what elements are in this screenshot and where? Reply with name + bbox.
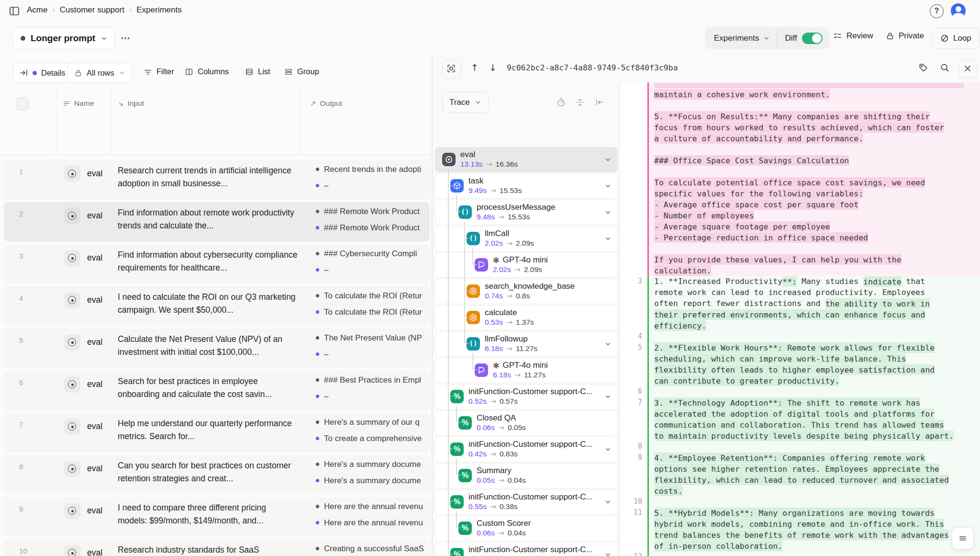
- more-menu-button[interactable]: ⋯: [121, 32, 131, 44]
- column-header-name[interactable]: Name: [63, 99, 94, 108]
- table-row[interactable]: 4evalI need to calculate the ROI on our …: [4, 286, 430, 326]
- diff-line-number: [620, 298, 647, 309]
- column-header-input[interactable]: ↘ Input: [118, 99, 144, 108]
- private-button[interactable]: Private: [886, 31, 924, 41]
- table-row[interactable]: 6evalSearch for best practices in employ…: [4, 371, 430, 410]
- trace-node-custom-scorer[interactable]: %Custom Scorer0.06s→0.04s: [435, 516, 618, 541]
- table-row[interactable]: 9evalI need to compare three different p…: [4, 497, 430, 536]
- timing-stopwatch-icon[interactable]: [556, 97, 566, 107]
- output-dot-gray: [316, 420, 319, 424]
- search-icon[interactable]: [940, 63, 950, 73]
- row-output-line: Here are the annual revenu: [316, 502, 434, 513]
- row-name: eval: [87, 253, 102, 263]
- columns-icon: [185, 68, 193, 76]
- group-button[interactable]: Group: [284, 67, 319, 76]
- diff-removed-line: maintain a cohesive work environment.: [647, 89, 980, 100]
- filter-button[interactable]: Filter: [144, 67, 174, 76]
- trace-node-gpt-4o-mini[interactable]: ✻GPT-4o mini6.18s→11.27s: [435, 358, 618, 383]
- trace-node-gpt-4o-mini[interactable]: ✻GPT-4o mini2.02s→2.09s: [435, 252, 618, 278]
- avatar[interactable]: [951, 3, 966, 18]
- tag-icon[interactable]: [918, 63, 928, 73]
- next-trace-arrow-icon[interactable]: ↓: [489, 62, 497, 73]
- collapse-left-icon[interactable]: [594, 97, 604, 107]
- trace-node-llmcall[interactable]: ()llmCall2.02s→2.09s: [435, 226, 618, 251]
- row-number: 6: [19, 378, 23, 386]
- view-dropdown[interactable]: Experiments: [705, 34, 777, 43]
- close-panel-button[interactable]: [959, 60, 977, 78]
- eval-target-icon: [64, 376, 80, 393]
- chat-bubble-icon: [475, 363, 488, 377]
- prev-trace-arrow-icon[interactable]: ↑: [471, 62, 479, 73]
- chevron-down-icon[interactable]: [604, 182, 612, 190]
- breadcrumb-org[interactable]: Acme: [27, 5, 47, 15]
- percent-icon: %: [450, 548, 464, 556]
- expand-fullscreen-button[interactable]: [442, 59, 461, 79]
- trace-node-task[interactable]: task9.49s→15.53s: [435, 173, 618, 199]
- trace-node-initfunction-customer-support-c-[interactable]: %initFunction-Customer support-C...0.55s…: [435, 489, 618, 515]
- chevron-down-icon[interactable]: [604, 551, 612, 556]
- trace-node-closed-qa[interactable]: %Closed QA0.06s→0.05s: [435, 410, 618, 436]
- diff-added-line: 4. **Employee Retention**: Companies off…: [647, 452, 980, 463]
- table-row[interactable]: 1evalResearch current trends in artifici…: [4, 160, 430, 199]
- trace-node-eval[interactable]: eval13.13s→16.36s: [435, 147, 618, 172]
- trace-node-calculate[interactable]: calculate0.53s→1.37s: [435, 305, 618, 330]
- trace-node-llmfollowup[interactable]: ()llmFollowup6.18s→11.27s: [435, 331, 618, 357]
- table-row[interactable]: 7evalHelp me understand our quarterly pe…: [4, 413, 430, 452]
- diff-line-number: 6: [620, 386, 647, 397]
- openai-logo-icon: ✻: [493, 361, 499, 370]
- trace-node-search-knowledge-base[interactable]: search_knowledge_base0.74s→0.8s: [435, 279, 618, 304]
- diff-line-number: [620, 309, 647, 320]
- collapse-vertical-icon[interactable]: [575, 97, 585, 107]
- review-button[interactable]: Review: [833, 31, 873, 41]
- row-input-cell: Find information about cybersecurity com…: [118, 249, 298, 274]
- breadcrumb-project[interactable]: Customer support: [60, 5, 124, 15]
- table-row[interactable]: 10evalResearch industry standards for Sa…: [4, 539, 430, 556]
- trace-node-initfunction-customer-support-c-[interactable]: %initFunction-Customer support-C...0.52s…: [435, 384, 618, 409]
- details-button[interactable]: Details: [12, 63, 72, 83]
- diff-label: Diff: [785, 34, 797, 43]
- table-row[interactable]: 2evalFind information about remote work …: [4, 202, 430, 241]
- diff-removed-line: calculation.: [647, 265, 980, 276]
- trace-node-summary[interactable]: %Summary0.05s→0.04s: [435, 463, 618, 488]
- row-output-line: ### Remote Work Product: [316, 207, 434, 218]
- diff-added-line: to maintain productivity levels despite …: [647, 430, 980, 441]
- chevron-down-icon[interactable]: [604, 446, 612, 453]
- list-view-button[interactable]: List: [245, 67, 270, 76]
- help-icon[interactable]: ?: [930, 4, 944, 18]
- chevron-down-icon[interactable]: [604, 393, 612, 400]
- row-output-line: Creating a successful SaaS: [316, 544, 434, 556]
- column-divider: [56, 85, 56, 155]
- table-row[interactable]: 3evalFind information about cybersecurit…: [4, 244, 430, 284]
- diff-options-button[interactable]: [952, 527, 974, 549]
- diff-added-line: options see higher retention rates. Empl…: [647, 463, 980, 474]
- diff-line-number: [620, 188, 647, 199]
- diff-toggle[interactable]: [802, 33, 823, 44]
- diff-line-number: [620, 364, 647, 375]
- rows-filter-dropdown[interactable]: All rows: [67, 63, 133, 83]
- chevron-down-icon[interactable]: [604, 209, 612, 216]
- columns-button[interactable]: Columns: [185, 67, 229, 76]
- chevron-down-icon[interactable]: [604, 499, 612, 506]
- sidebar-toggle-icon[interactable]: [9, 5, 20, 17]
- trace-node-initfunction-customer-support-c-[interactable]: %initFunction-Customer support-C...0.42s…: [435, 437, 618, 462]
- trace-node-durations: 0.05s→0.04s: [477, 476, 526, 485]
- openai-logo-icon: ✻: [493, 256, 499, 265]
- chevron-down-icon[interactable]: [604, 156, 612, 163]
- loop-button[interactable]: Loop: [932, 28, 980, 49]
- diff-output-view[interactable]: maintain a cohesive work environment.5. …: [620, 82, 980, 556]
- table-row[interactable]: 8evalCan you search for best practices o…: [4, 455, 430, 494]
- row-output-line: –: [316, 350, 434, 361]
- chevron-down-icon[interactable]: [604, 235, 612, 242]
- trace-node-durations: 2.02s→2.09s: [485, 239, 534, 248]
- table-row[interactable]: 5evalCalculate the Net Present Value (NP…: [4, 329, 430, 368]
- trace-node-processusermessage[interactable]: ()processUserMessage9.48s→15.53s: [435, 200, 618, 225]
- trace-node-durations: 9.48s→15.53s: [477, 213, 530, 221]
- select-all-checkbox[interactable]: [16, 97, 29, 111]
- experiment-selector[interactable]: Longer prompt: [12, 27, 115, 49]
- breadcrumb-section[interactable]: Experiments: [136, 5, 181, 15]
- row-name: eval: [87, 295, 102, 305]
- column-header-output[interactable]: ↗ Output: [310, 99, 342, 108]
- trace-view-dropdown[interactable]: Trace: [442, 92, 489, 113]
- trace-node-initfunction-customer-support-c-[interactable]: %initFunction-Customer support-C...3.64s…: [435, 542, 618, 556]
- chevron-down-icon[interactable]: [604, 340, 612, 348]
